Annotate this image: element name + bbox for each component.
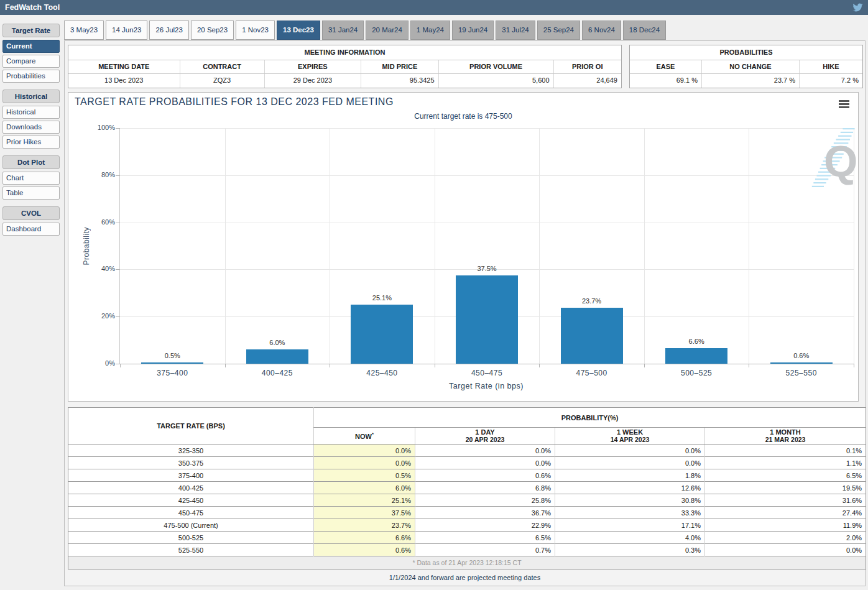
bar-value-label-425-450: 25.1% xyxy=(344,294,419,302)
sidebar-item-table[interactable]: Table xyxy=(2,187,60,200)
month-cell: 31.6% xyxy=(705,494,866,507)
mid-price-value: 95.3425 xyxy=(361,74,438,88)
day-cell: 36.7% xyxy=(415,507,555,519)
sidebar-item-current[interactable]: Current xyxy=(2,40,60,53)
tab-25-sep24[interactable]: 25 Sep24 xyxy=(537,21,580,40)
tab-1-nov23[interactable]: 1 Nov23 xyxy=(236,21,275,40)
probabilities-header-row: EASE NO CHANGE HIKE xyxy=(630,60,862,74)
x-axis-tick xyxy=(539,364,540,367)
gridline xyxy=(644,128,645,364)
month-cell: 6.5% xyxy=(705,469,866,482)
bar-value-label-375-400: 0.5% xyxy=(135,352,210,359)
tab-31-jul24[interactable]: 31 Jul24 xyxy=(496,21,535,40)
bar-400-425[interactable] xyxy=(246,349,308,364)
y-axis-tick xyxy=(116,269,120,270)
x-axis-tick xyxy=(120,364,121,367)
no-change-value: 23.7 % xyxy=(702,74,800,88)
contract-value: ZQZ3 xyxy=(180,74,265,88)
sidebar-section-historical: HistoricalHistoricalDownloadsPrior Hikes xyxy=(2,90,60,149)
col-hike: HIKE xyxy=(800,60,862,73)
tab-26-jul23[interactable]: 26 Jul23 xyxy=(149,21,188,40)
sidebar-item-probabilities[interactable]: Probabilities xyxy=(2,70,60,83)
now-cell: 37.5% xyxy=(314,507,415,519)
prior-volume-value: 5,600 xyxy=(439,74,554,88)
day-cell: 0.6% xyxy=(415,469,555,482)
sidebar-item-chart[interactable]: Chart xyxy=(2,172,60,185)
rate-cell: 500-525 xyxy=(68,532,314,544)
x-axis-tick xyxy=(749,364,749,367)
col-contract: CONTRACT xyxy=(180,60,265,73)
col-now: NOW* xyxy=(314,428,415,445)
y-axis-title: Probability xyxy=(82,128,92,364)
week-cell: 1.8% xyxy=(555,469,705,482)
probability-row-425-450: 425-45025.1%25.8%30.8%31.6% xyxy=(68,494,866,507)
x-category-label-375-400: 375–400 xyxy=(120,369,225,377)
bar-525-550[interactable] xyxy=(770,362,833,364)
bar-450-475[interactable] xyxy=(456,275,518,364)
tab-19-jun24[interactable]: 19 Jun24 xyxy=(452,21,494,40)
week-cell: 17.1% xyxy=(555,519,705,532)
gridline xyxy=(120,175,854,176)
day-cell: 22.9% xyxy=(415,519,555,532)
tab-18-dec24[interactable]: 18 Dec24 xyxy=(623,21,666,40)
day-cell: 6.8% xyxy=(415,482,555,494)
tab-20-sep23[interactable]: 20 Sep23 xyxy=(191,21,234,40)
rate-cell: 350-375 xyxy=(68,457,314,469)
target-rate-chart: TARGET RATE PROBABILITIES FOR 13 DEC 202… xyxy=(68,92,859,402)
tab-3-may23[interactable]: 3 May23 xyxy=(64,21,104,40)
month-cell: 1.1% xyxy=(705,457,866,469)
bar-475-500[interactable] xyxy=(561,308,623,364)
week-cell: 33.3% xyxy=(555,507,705,519)
sidebar-section-target-rate: Target RateCurrentCompareProbabilities xyxy=(2,24,60,83)
tab-6-nov24[interactable]: 6 Nov24 xyxy=(582,21,621,40)
probabilities-value-row: 69.1 % 23.7 % 7.2 % xyxy=(630,74,862,88)
tab-31-jan24[interactable]: 31 Jan24 xyxy=(322,21,364,40)
y-axis-tick xyxy=(116,223,120,223)
tab-13-dec23[interactable]: 13 Dec23 xyxy=(277,21,320,40)
x-category-label-400-425: 400–425 xyxy=(225,369,330,377)
col-ease: EASE xyxy=(630,60,702,73)
col-prior-oi: PRIOR OI xyxy=(554,60,621,73)
y-axis-label: 80% xyxy=(85,171,115,178)
fedwatch-app: FedWatch Tool Target RateCurrentCompareP… xyxy=(0,0,868,590)
meeting-information-table: MEETING INFORMATION MEETING DATE CONTRAC… xyxy=(68,45,622,88)
probabilities-summary-table: PROBABILITIES EASE NO CHANGE HIKE 69.1 %… xyxy=(629,45,863,88)
tab-1-may24[interactable]: 1 May24 xyxy=(410,21,450,40)
now-cell: 25.1% xyxy=(314,494,415,507)
col-mid-price: MID PRICE xyxy=(361,60,438,73)
sidebar-item-historical[interactable]: Historical xyxy=(2,106,60,119)
x-axis-tick xyxy=(854,364,854,367)
sidebar-item-dashboard[interactable]: Dashboard xyxy=(2,223,60,236)
tab-20-mar24[interactable]: 20 Mar24 xyxy=(366,21,409,40)
chart-title: TARGET RATE PROBABILITIES FOR 13 DEC 202… xyxy=(75,96,394,108)
col-1-month: 1 MONTH21 MAR 2023 xyxy=(705,428,866,445)
expires-value: 29 Dec 2023 xyxy=(265,74,362,88)
week-cell: 0.3% xyxy=(555,544,705,556)
gridline xyxy=(120,128,854,129)
sidebar-item-compare[interactable]: Compare xyxy=(2,55,60,68)
bar-value-label-475-500: 23.7% xyxy=(555,297,629,305)
col-1-day: 1 DAY20 APR 2023 xyxy=(415,428,555,445)
chart-context-menu-icon[interactable] xyxy=(839,100,849,108)
sidebar-item-prior-hikes[interactable]: Prior Hikes xyxy=(2,136,60,149)
probability-row-525-550: 525-5500.6%0.7%0.3%0.0% xyxy=(68,544,866,556)
rate-cell: 375-400 xyxy=(68,469,314,482)
y-axis-label: 0% xyxy=(85,359,115,367)
bar-375-400[interactable] xyxy=(141,362,203,364)
y-axis-tick xyxy=(116,316,120,317)
month-cell: 11.9% xyxy=(705,519,866,532)
quikstrike-q-watermark-icon: Q xyxy=(805,127,860,190)
month-cell: 0.1% xyxy=(705,445,866,457)
prior-oi-value: 24,649 xyxy=(554,74,621,88)
bar-value-label-400-425: 6.0% xyxy=(240,339,315,346)
bar-500-525[interactable] xyxy=(665,348,727,364)
month-cell: 2.0% xyxy=(705,532,866,544)
sidebar-item-downloads[interactable]: Downloads xyxy=(2,121,60,134)
sidebar-section-dot-plot: Dot PlotChartTable xyxy=(2,155,60,200)
bar-425-450[interactable] xyxy=(351,305,413,364)
app-title: FedWatch Tool xyxy=(5,0,60,15)
tab-14-jun23[interactable]: 14 Jun23 xyxy=(106,21,147,40)
x-category-label-475-500: 475–500 xyxy=(539,369,644,377)
twitter-icon[interactable] xyxy=(852,2,863,12)
probability-row-475-500-current: 475-500 (Current)23.7%22.9%17.1%11.9% xyxy=(68,519,866,532)
